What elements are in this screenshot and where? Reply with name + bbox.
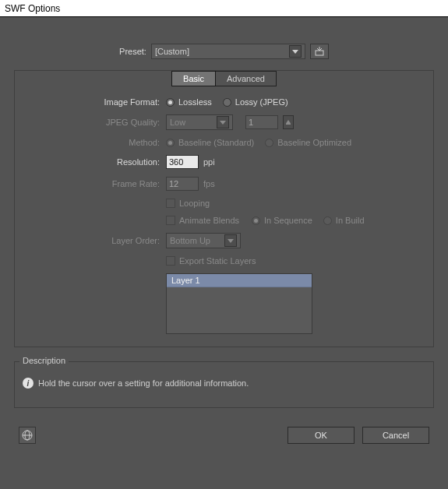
in-sequence-radio: In Sequence <box>252 216 312 225</box>
image-format-row: Image Format: Lossless Lossy (JPEG) <box>24 97 424 107</box>
cancel-button[interactable]: Cancel <box>362 427 429 444</box>
export-static-row: Export Static Layers <box>24 256 424 266</box>
animate-blends-row: Animate Blends In Sequence In Build <box>24 216 424 225</box>
frame-rate-row: Frame Rate: fps <box>24 177 424 191</box>
tab-basic[interactable]: Basic <box>171 71 216 86</box>
method-baseline-opt-radio: Baseline Optimized <box>265 138 351 147</box>
tab-advanced-label: Advanced <box>227 74 265 83</box>
frame-rate-label: Frame Rate: <box>112 179 160 188</box>
dialog-body: Preset: [Custom] Basic Advanced Image Fo… <box>0 17 448 447</box>
method-label: Method: <box>129 138 160 147</box>
jpeg-quality-preset-dropdown: Low <box>166 114 233 130</box>
title-bar: SWF Options <box>0 0 448 17</box>
options-panel: Basic Advanced Image Format: Lossless Lo… <box>14 70 434 347</box>
radio-icon <box>252 216 260 225</box>
ok-label: OK <box>315 431 327 440</box>
export-static-label: Export Static Layers <box>179 256 256 266</box>
frame-rate-unit: fps <box>203 179 215 188</box>
description-title: Description <box>19 356 69 365</box>
animate-blends-label: Animate Blends <box>179 216 239 225</box>
description-text: Hold the cursor over a setting for addit… <box>38 378 249 388</box>
radio-icon <box>223 98 231 107</box>
layer-item-label: Layer 1 <box>171 276 200 285</box>
method-row: Method: Baseline (Standard) Baseline Opt… <box>24 138 424 147</box>
checkbox-icon <box>166 216 175 225</box>
resolution-row: Resolution: ppi <box>24 155 424 169</box>
save-preset-button[interactable] <box>310 44 329 59</box>
footer: OK Cancel <box>3 408 445 444</box>
jpeg-quality-row: JPEG Quality: Low <box>24 114 424 130</box>
jpeg-quality-preset-value: Low <box>170 118 185 127</box>
tabs: Basic Advanced <box>24 71 424 86</box>
list-item[interactable]: Layer 1 <box>167 274 312 287</box>
looping-label: Looping <box>179 199 210 208</box>
preset-row: Preset: [Custom] <box>3 20 445 70</box>
resolution-label: Resolution: <box>117 157 160 167</box>
looping-row: Looping <box>24 199 424 208</box>
in-build-radio: In Build <box>323 216 365 225</box>
baseline-std-label: Baseline (Standard) <box>178 138 254 147</box>
radio-icon <box>265 139 273 147</box>
lossless-label: Lossless <box>178 97 212 107</box>
preset-value: [Custom] <box>155 47 189 56</box>
looping-checkbox: Looping <box>166 199 210 208</box>
tab-basic-label: Basic <box>183 74 204 83</box>
cancel-label: Cancel <box>383 431 409 440</box>
in-build-label: In Build <box>336 216 365 225</box>
description-panel: Description i Hold the cursor over a set… <box>14 361 434 408</box>
window-title: SWF Options <box>5 3 60 14</box>
ok-button[interactable]: OK <box>287 427 355 444</box>
globe-icon <box>22 430 33 441</box>
chevron-down-icon <box>224 234 237 247</box>
image-format-label: Image Format: <box>104 97 160 107</box>
jpeg-quality-input <box>245 115 278 129</box>
preset-dropdown[interactable]: [Custom] <box>151 44 305 59</box>
layer-order-label: Layer Order: <box>111 236 160 245</box>
resolution-input[interactable] <box>166 155 199 169</box>
web-help-button[interactable] <box>19 427 36 444</box>
resolution-unit: ppi <box>203 157 215 167</box>
layer-order-value: Bottom Up <box>170 236 210 245</box>
layer-order-row: Layer Order: Bottom Up <box>24 233 424 248</box>
image-format-lossy-radio[interactable]: Lossy (JPEG) <box>223 97 288 107</box>
tab-advanced[interactable]: Advanced <box>216 71 277 86</box>
image-format-lossless-radio[interactable]: Lossless <box>166 97 212 107</box>
animate-blends-checkbox: Animate Blends <box>166 216 239 225</box>
radio-icon <box>166 98 175 107</box>
lossy-label: Lossy (JPEG) <box>235 97 288 107</box>
checkbox-icon <box>166 199 175 208</box>
checkbox-icon <box>166 256 175 266</box>
radio-icon <box>323 216 332 225</box>
jpeg-quality-label: JPEG Quality: <box>106 118 160 127</box>
description-body: i Hold the cursor over a setting for add… <box>23 378 425 389</box>
save-preset-icon <box>314 47 325 56</box>
svg-rect-0 <box>316 51 323 55</box>
jpeg-quality-stepper <box>283 115 294 129</box>
layer-order-dropdown: Bottom Up <box>166 233 241 248</box>
frame-rate-input <box>166 177 199 191</box>
chevron-down-icon <box>217 116 229 128</box>
preset-label: Preset: <box>119 47 146 56</box>
radio-icon <box>166 139 175 147</box>
layer-list[interactable]: Layer 1 <box>166 273 312 334</box>
method-baseline-std-radio: Baseline (Standard) <box>166 138 254 147</box>
baseline-opt-label: Baseline Optimized <box>277 138 351 147</box>
chevron-down-icon <box>289 45 302 58</box>
export-static-checkbox: Export Static Layers <box>166 256 256 266</box>
in-sequence-label: In Sequence <box>264 216 312 225</box>
info-icon: i <box>23 378 34 389</box>
